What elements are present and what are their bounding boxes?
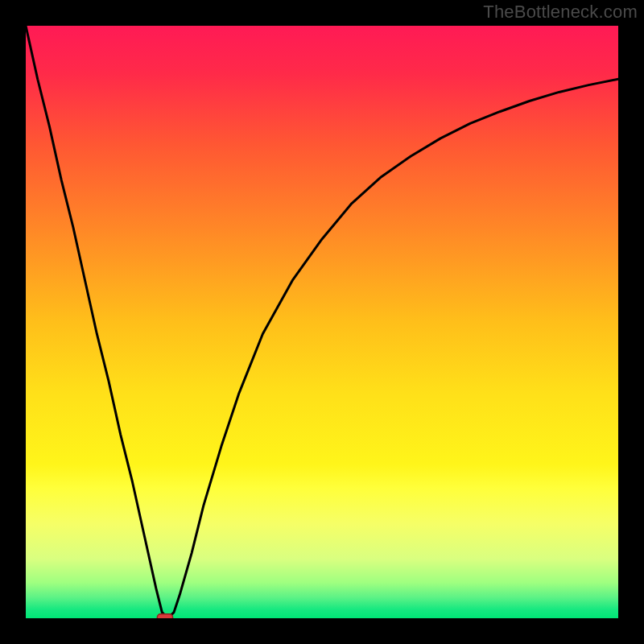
gradient-background (26, 26, 618, 618)
chart-frame: TheBottleneck.com (0, 0, 644, 644)
chart-svg (26, 26, 618, 618)
plot-area (26, 26, 618, 618)
minimum-marker (157, 614, 172, 618)
watermark-text: TheBottleneck.com (483, 2, 638, 23)
